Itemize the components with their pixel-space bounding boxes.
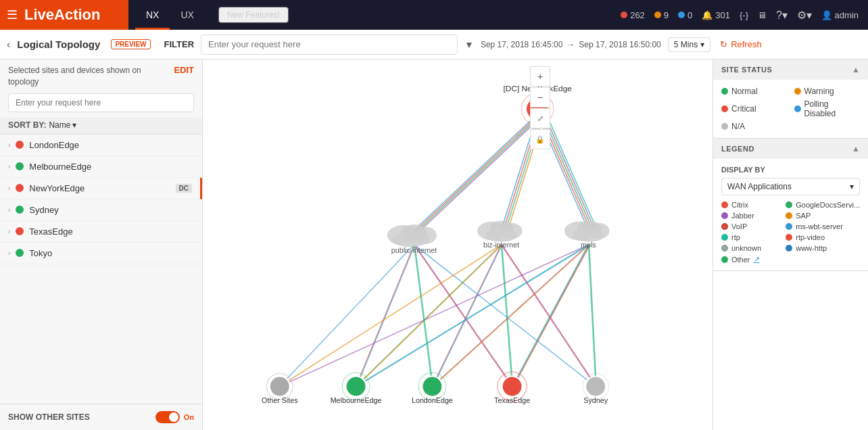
right-panel: SITE STATUS ▲ Normal Warning Critical xyxy=(713,59,868,430)
preview-badge: PREVIEW xyxy=(111,39,150,49)
back-button[interactable]: ‹ xyxy=(7,39,10,51)
lock-button[interactable]: 🔒 xyxy=(530,129,550,149)
site-item-melbourneedge[interactable]: › MelbourneEdge xyxy=(0,156,202,178)
svg-line-36 xyxy=(513,245,589,387)
filter-icon[interactable]: ▼ xyxy=(464,39,474,50)
alert-device[interactable]: {-} xyxy=(740,10,748,20)
site-name: NewYorkEdge xyxy=(29,183,170,193)
new-features-button[interactable]: New Features! xyxy=(218,7,289,23)
refresh-button[interactable]: ↻ Refresh xyxy=(720,39,762,49)
sidebar-description: Selected sites and devices shown on topo… xyxy=(8,65,174,88)
svg-point-56 xyxy=(573,229,604,241)
warning-label: Warning xyxy=(804,87,834,96)
toolbar: ‹ Logical Topology PREVIEW FILTER ▼ Sep … xyxy=(0,30,868,59)
other-label: Other xyxy=(731,256,750,264)
svg-line-15 xyxy=(357,245,415,387)
citrix-label: Citrix xyxy=(731,201,748,209)
other-dot xyxy=(721,256,728,263)
svg-line-12 xyxy=(546,114,597,231)
svg-point-70 xyxy=(585,376,606,396)
legend-rtpvideo: rtp-video xyxy=(786,233,860,241)
nav-tab-nx[interactable]: NX xyxy=(135,0,170,30)
sidebar-search[interactable] xyxy=(8,93,194,112)
duration-select[interactable]: 5 Mins ▾ xyxy=(668,37,710,52)
svg-line-32 xyxy=(357,245,589,387)
svg-line-38 xyxy=(588,245,596,387)
svg-point-61 xyxy=(346,376,366,396)
site-status-title: SITE STATUS xyxy=(721,66,772,74)
site-status-header[interactable]: SITE STATUS ▲ xyxy=(713,59,868,80)
zoom-out-button[interactable]: − xyxy=(530,87,550,108)
toggle-label: On xyxy=(184,413,194,421)
fit-button[interactable]: ⤢ xyxy=(530,108,550,128)
voip-label: VoIP xyxy=(731,222,747,231)
edit-button[interactable]: EDIT xyxy=(174,65,194,75)
critical-count: 262 xyxy=(630,10,645,20)
main-layout: Selected sites and devices shown on topo… xyxy=(0,59,868,430)
site-status-dot xyxy=(16,162,24,170)
refresh-icon: ↻ xyxy=(720,39,727,49)
site-item-sydney[interactable]: › Sydney xyxy=(0,199,202,221)
sap-dot xyxy=(786,212,792,219)
google-label: GoogleDocsServi... xyxy=(796,201,860,209)
filter-input[interactable] xyxy=(201,34,458,55)
legend-mswbt: ms-wbt-server xyxy=(786,222,860,231)
citrix-dot xyxy=(721,201,728,208)
hamburger-icon[interactable]: ☰ xyxy=(7,7,18,22)
rtp-label: rtp xyxy=(731,233,740,241)
bell-icon: 🔔 xyxy=(702,10,713,20)
alert-info[interactable]: 0 xyxy=(678,10,692,20)
site-item-londonedge[interactable]: › LondonEdge xyxy=(0,135,202,156)
site-item-tokyo[interactable]: › Tokyo xyxy=(0,243,202,264)
legend-rtp: rtp xyxy=(721,233,780,241)
critical-dot xyxy=(621,11,627,18)
date-arrow: → xyxy=(566,40,575,49)
duration-chevron: ▾ xyxy=(700,40,704,49)
site-item-newyorkedge[interactable]: › NewYorkEdge DC xyxy=(0,178,202,199)
wwwhttp-dot xyxy=(786,245,792,252)
svg-line-30 xyxy=(280,245,589,387)
rtp-dot xyxy=(721,234,728,241)
zoom-in-button[interactable]: + xyxy=(530,66,550,87)
svg-line-13 xyxy=(280,245,414,387)
help-icon[interactable]: ?▾ xyxy=(776,9,788,22)
sort-name[interactable]: Name ▾ xyxy=(49,120,76,130)
sort-chevron: ▾ xyxy=(72,120,76,130)
google-dot xyxy=(786,201,792,208)
critical-dot xyxy=(721,105,728,112)
jabber-label: Jabber xyxy=(731,212,754,220)
na-label: N/A xyxy=(731,122,745,131)
alert-bell[interactable]: 🔔 301 xyxy=(702,10,730,20)
info-count: 0 xyxy=(688,10,692,20)
svg-text:biz-internet: biz-internet xyxy=(483,241,519,249)
jabber-dot xyxy=(721,212,728,219)
zoom-controls: + − ⤢ 🔒 xyxy=(530,66,550,149)
site-status-dot xyxy=(16,206,24,214)
sidebar-footer: SHOW OTHER SITES On xyxy=(0,404,202,430)
svg-text:LondonEdge: LondonEdge xyxy=(412,396,453,404)
settings-icon[interactable]: ⚙▾ xyxy=(797,9,812,22)
toggle-button[interactable] xyxy=(155,411,180,423)
normal-label: Normal xyxy=(731,87,758,96)
alert-warning[interactable]: 9 xyxy=(654,10,669,20)
sort-by-label: SORT BY: xyxy=(8,120,46,130)
legend-google: GoogleDocsServi... xyxy=(786,201,860,209)
legend-title: LEGEND xyxy=(721,145,754,153)
admin-label[interactable]: 👤 admin xyxy=(821,10,859,20)
chevron-icon: › xyxy=(8,141,10,149)
svg-point-46 xyxy=(391,233,429,247)
display-by-label: DISPLAY BY xyxy=(721,166,860,174)
site-item-texasedge[interactable]: › TexasEdge xyxy=(0,221,202,243)
display-select[interactable]: WAN Applications ▾ xyxy=(721,178,860,195)
nav-tabs: NX UX xyxy=(135,0,205,30)
unknown-label: unknown xyxy=(731,244,761,252)
chevron-icon: › xyxy=(8,228,10,235)
critical-label: Critical xyxy=(731,104,756,114)
other-link[interactable]: ↗ xyxy=(754,255,760,264)
nav-tab-ux[interactable]: UX xyxy=(170,0,204,30)
nav-alerts: 262 9 0 🔔 301 {-} 🖥 xyxy=(621,10,767,20)
site-status-dot xyxy=(16,184,24,192)
legend-header[interactable]: LEGEND ▲ xyxy=(713,139,868,159)
alert-monitor[interactable]: 🖥 xyxy=(758,10,767,20)
alert-critical[interactable]: 262 xyxy=(621,10,645,20)
